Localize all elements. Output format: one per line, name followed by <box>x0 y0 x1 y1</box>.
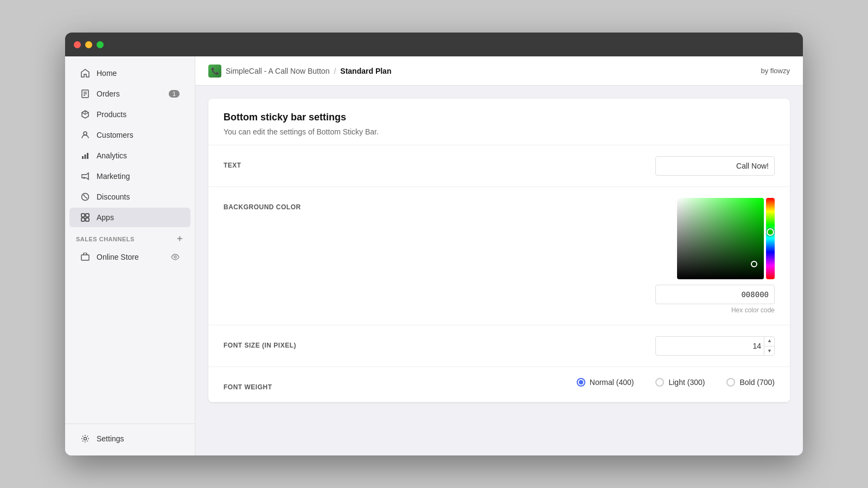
sidebar: Home Orders 1 <box>65 56 195 455</box>
settings-card: Bottom sticky bar settings You can edit … <box>208 99 790 402</box>
spinner-up-arrow[interactable]: ▲ <box>764 336 775 346</box>
app-body: Home Orders 1 <box>65 56 803 455</box>
sales-channels-label: SALES CHANNELS ＋ <box>65 228 195 247</box>
breadcrumb-separator: / <box>334 67 336 75</box>
marketing-icon <box>80 171 90 181</box>
main-content: 📞 SimpleCall - A Call Now Button / Stand… <box>195 56 803 455</box>
close-button[interactable] <box>74 41 81 48</box>
radio-normal-circle <box>577 378 585 387</box>
svg-point-12 <box>84 438 87 440</box>
bg-color-setting-row: BACKGROUND COLOR <box>208 187 790 325</box>
font-size-spinner-wrap: ▲ ▼ <box>655 336 775 356</box>
sidebar-item-settings[interactable]: Settings <box>69 429 190 448</box>
card-title: Bottom sticky bar settings <box>224 112 775 123</box>
home-icon <box>80 68 90 78</box>
apps-icon <box>80 213 90 222</box>
svg-rect-9 <box>86 218 89 221</box>
settings-label: Settings <box>97 434 124 443</box>
breadcrumb-link[interactable]: SimpleCall - A Call Now Button <box>226 67 329 75</box>
sidebar-item-analytics[interactable]: Analytics <box>69 146 190 165</box>
sidebar-item-label: Discounts <box>97 192 130 201</box>
sidebar-item-orders[interactable]: Orders 1 <box>69 84 190 104</box>
content-area: Bottom sticky bar settings You can edit … <box>195 86 803 455</box>
sidebar-item-label: Apps <box>97 213 114 222</box>
hue-cursor <box>767 228 774 236</box>
sidebar-bottom: Settings <box>65 423 195 449</box>
svg-point-11 <box>174 256 176 258</box>
orders-icon <box>80 89 90 99</box>
topbar-byline: by flowzy <box>761 67 790 75</box>
color-picker-widget <box>677 198 775 279</box>
svg-rect-10 <box>81 255 89 260</box>
breadcrumb-current: Standard Plan <box>340 67 391 75</box>
hex-color-hint: Hex color code <box>731 306 775 314</box>
customers-icon <box>80 130 90 140</box>
svg-rect-7 <box>86 214 89 217</box>
font-weight-light[interactable]: Light (300) <box>655 378 705 387</box>
titlebar <box>65 33 803 56</box>
spinner-down-arrow[interactable]: ▼ <box>764 346 775 356</box>
minimize-button[interactable] <box>85 41 92 48</box>
font-weight-options: Normal (400) Light (300) Bold (700) <box>577 378 775 387</box>
sidebar-item-label: Analytics <box>97 151 127 160</box>
text-input[interactable] <box>655 156 775 176</box>
font-weight-bold-label: Bold (700) <box>739 378 775 387</box>
font-weight-setting-row: FONT WEIGHT Normal (400) Light (300) <box>208 367 790 402</box>
font-weight-normal[interactable]: Normal (400) <box>577 378 634 387</box>
main-window: Home Orders 1 <box>65 33 803 455</box>
sidebar-item-label: Customers <box>97 131 133 139</box>
breadcrumb: 📞 SimpleCall - A Call Now Button / Stand… <box>208 65 391 78</box>
color-gradient-cursor <box>751 261 757 267</box>
sidebar-item-label: Products <box>97 110 126 119</box>
eye-icon[interactable] <box>171 253 180 261</box>
app-icon: 📞 <box>208 65 221 78</box>
color-hue-strip[interactable] <box>766 198 775 279</box>
traffic-lights <box>74 41 104 48</box>
svg-rect-8 <box>81 218 85 221</box>
sidebar-item-apps[interactable]: Apps <box>69 208 190 227</box>
bg-color-label: BACKGROUND COLOR <box>224 198 655 211</box>
discounts-icon <box>80 192 90 202</box>
card-subtitle: You can edit the settings of Bottom Stic… <box>224 127 775 136</box>
font-weight-light-label: Light (300) <box>668 378 705 387</box>
svg-rect-3 <box>85 155 86 159</box>
font-size-input[interactable] <box>655 336 775 356</box>
color-gradient-box[interactable] <box>677 198 764 279</box>
font-size-label: FONT SIZE (IN PIXEL) <box>224 336 655 349</box>
text-setting-control <box>655 156 775 176</box>
analytics-icon <box>80 151 90 160</box>
sidebar-item-label: Home <box>97 69 117 78</box>
sidebar-item-discounts[interactable]: Discounts <box>69 187 190 207</box>
settings-icon <box>80 434 90 444</box>
font-weight-normal-label: Normal (400) <box>590 378 634 387</box>
sidebar-item-home[interactable]: Home <box>69 63 190 83</box>
font-weight-label: FONT WEIGHT <box>224 378 577 391</box>
online-store-label: Online Store <box>97 253 139 261</box>
sidebar-item-customers[interactable]: Customers <box>69 125 190 145</box>
text-setting-label: TEXT <box>224 156 655 169</box>
sidebar-item-label: Marketing <box>97 172 130 181</box>
svg-rect-2 <box>82 156 84 159</box>
sidebar-item-online-store[interactable]: Online Store <box>69 247 190 267</box>
font-size-control: ▲ ▼ <box>655 336 775 356</box>
hex-color-input[interactable] <box>655 285 775 304</box>
text-setting-row: TEXT <box>208 145 790 187</box>
sidebar-item-marketing[interactable]: Marketing <box>69 166 190 186</box>
sidebar-item-products[interactable]: Products <box>69 105 190 124</box>
font-weight-bold[interactable]: Bold (700) <box>726 378 775 387</box>
spinner-arrows: ▲ ▼ <box>764 336 775 356</box>
products-icon <box>80 110 90 119</box>
card-header: Bottom sticky bar settings You can edit … <box>208 99 790 145</box>
topbar: 📞 SimpleCall - A Call Now Button / Stand… <box>195 56 803 86</box>
svg-rect-4 <box>87 153 88 159</box>
svg-point-1 <box>84 132 87 135</box>
color-picker-area: Hex color code <box>655 198 775 314</box>
radio-light-circle <box>655 378 664 387</box>
online-store-icon <box>80 252 90 262</box>
font-size-setting-row: FONT SIZE (IN PIXEL) ▲ ▼ <box>208 325 790 367</box>
svg-rect-6 <box>81 214 85 217</box>
fullscreen-button[interactable] <box>97 41 104 48</box>
add-sales-channel-button[interactable]: ＋ <box>175 233 184 245</box>
radio-bold-circle <box>726 378 735 387</box>
sidebar-item-label: Orders <box>97 89 120 98</box>
